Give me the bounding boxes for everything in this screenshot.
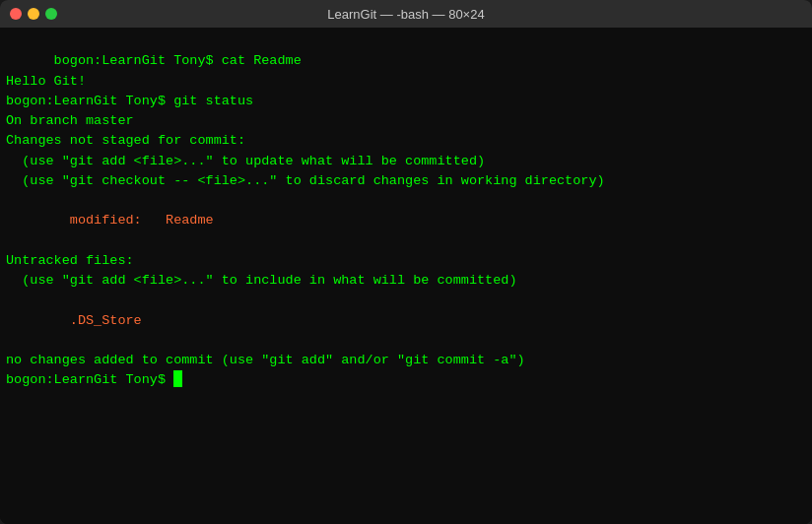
terminal-body[interactable]: bogon:LearnGit Tony$ cat Readme Hello Gi… <box>0 28 812 524</box>
titlebar: LearnGit — -bash — 80×24 <box>0 0 812 28</box>
traffic-lights <box>10 8 57 20</box>
line-1: bogon:LearnGit Tony$ cat Readme Hello Gi… <box>6 53 605 387</box>
maximize-button[interactable] <box>45 8 57 20</box>
minimize-button[interactable] <box>28 8 39 20</box>
close-button[interactable] <box>10 8 22 20</box>
terminal-cursor <box>173 370 182 387</box>
terminal-window: LearnGit — -bash — 80×24 bogon:LearnGit … <box>0 0 812 524</box>
window-title: LearnGit — -bash — 80×24 <box>327 7 484 22</box>
terminal-content: bogon:LearnGit Tony$ cat Readme Hello Gi… <box>6 32 806 411</box>
